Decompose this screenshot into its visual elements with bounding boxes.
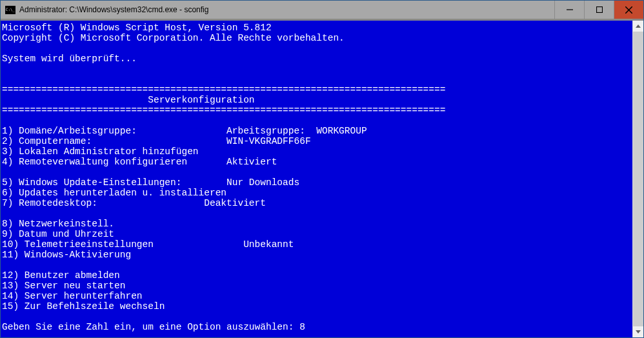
separator-top: ========================================…	[2, 84, 632, 95]
scroll-track[interactable]	[633, 32, 643, 326]
svg-rect-1	[596, 7, 602, 13]
cmd-icon	[5, 6, 15, 14]
menu-item: 10) Telemetrieeinstellungen Unbekannt	[2, 239, 632, 250]
scroll-up-button[interactable]	[633, 21, 643, 32]
copyright-line: Copyright (C) Microsoft Corporation. All…	[2, 33, 632, 43]
scroll-thumb[interactable]	[633, 32, 643, 326]
menu-item: 1) Domäne/Arbeitsgruppe: Arbeitsgruppe: …	[2, 126, 632, 136]
scrollbar[interactable]	[632, 21, 643, 337]
separator-bottom: ========================================…	[2, 105, 632, 115]
cmd-window: Administrator: C:\Windows\system32\cmd.e…	[0, 0, 644, 338]
menu-item: 7) Remotedesktop: Deaktiviert	[2, 198, 632, 208]
menu-item: 9) Datum und Uhrzeit	[2, 229, 632, 239]
menu-item	[2, 167, 632, 177]
client-area: Microsoft (R) Windows Script Host, Versi…	[1, 19, 643, 337]
window-title: Administrator: C:\Windows\system32\cmd.e…	[19, 5, 554, 14]
menu-item	[2, 208, 632, 219]
close-button[interactable]	[614, 1, 643, 19]
titlebar[interactable]: Administrator: C:\Windows\system32\cmd.e…	[1, 1, 643, 19]
menu-item: 4) Remoteverwaltung konfigurieren Aktivi…	[2, 157, 632, 167]
checking-line: System wird überprüft...	[2, 54, 632, 64]
menu-title: Serverkonfiguration	[2, 95, 632, 105]
menu-item: 15) Zur Befehlszeile wechseln	[2, 301, 632, 312]
scroll-down-button[interactable]	[633, 326, 643, 337]
terminal[interactable]: Microsoft (R) Windows Script Host, Versi…	[1, 21, 632, 337]
prompt: Geben Sie eine Zahl ein, um eine Option …	[2, 322, 632, 332]
script-host-line: Microsoft (R) Windows Script Host, Versi…	[2, 23, 632, 33]
menu-item: 12) Benutzer abmelden	[2, 270, 632, 281]
menu-item: 6) Updates herunterladen u. installieren	[2, 188, 632, 198]
window-controls	[554, 1, 643, 19]
menu-item: 13) Server neu starten	[2, 281, 632, 291]
minimize-button[interactable]	[554, 1, 584, 19]
menu-item: 5) Windows Update-Einstellungen: Nur Dow…	[2, 177, 632, 188]
menu-item: 14) Server herunterfahren	[2, 291, 632, 301]
menu-item: 8) Netzwerkeinstell.	[2, 219, 632, 229]
menu-item: 2) Computername: WIN-VKGRADFF66F	[2, 136, 632, 146]
menu-item	[2, 260, 632, 270]
menu-item: 3) Lokalen Administrator hinzufügen	[2, 146, 632, 157]
maximize-button[interactable]	[584, 1, 614, 19]
menu-item: 11) Windows-Aktivierung	[2, 250, 632, 260]
